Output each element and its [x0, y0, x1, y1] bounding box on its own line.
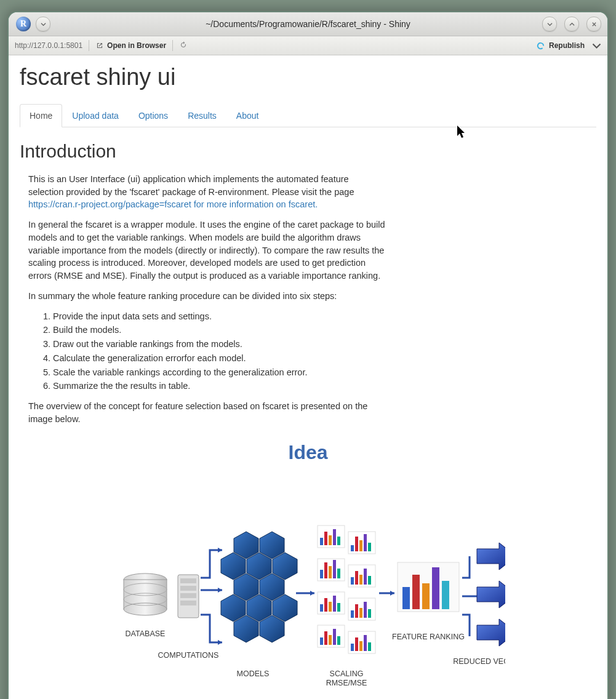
database-label: DATABASE [125, 629, 165, 638]
svg-rect-49 [329, 635, 332, 645]
svg-rect-60 [412, 575, 420, 609]
main-tabs: Home Upload data Options Results About [20, 104, 596, 127]
browser-toolbar: http://127.0.0.1:5801 Open in Browser Re… [9, 36, 607, 55]
svg-rect-53 [351, 644, 354, 651]
svg-rect-31 [359, 575, 362, 585]
svg-rect-36 [324, 598, 327, 612]
window-title: ~/Documents/Programowanie/R/fscaret_shin… [206, 19, 410, 29]
svg-rect-7 [180, 586, 196, 591]
tab-home[interactable]: Home [20, 104, 62, 127]
svg-rect-13 [329, 535, 332, 545]
svg-rect-32 [364, 569, 367, 585]
svg-rect-8 [180, 593, 196, 598]
models-label: MODELS [236, 669, 269, 678]
feature-ranking-chart-icon [398, 562, 459, 612]
svg-rect-63 [442, 581, 449, 609]
svg-rect-59 [402, 587, 410, 609]
database-icon [124, 573, 167, 615]
svg-rect-23 [320, 570, 323, 578]
scaling-label-2: RMSE/MSE [326, 679, 367, 687]
svg-rect-12 [324, 532, 327, 545]
step-item: Summarize the the results in table. [53, 380, 385, 393]
intro-paragraph-4: The overview of the concept for feature … [28, 400, 385, 425]
toolbar-separator [172, 40, 173, 51]
cran-link[interactable]: https://cran.r-project.org/package=fscar… [28, 199, 318, 209]
steps-list: Provide the input data sets and settings… [28, 310, 385, 393]
svg-rect-30 [355, 571, 358, 585]
step-item: Draw out the variable rankings from the … [53, 338, 385, 351]
svg-rect-24 [324, 562, 327, 578]
svg-rect-11 [320, 538, 323, 545]
minimize-button[interactable] [542, 17, 557, 31]
tab-options[interactable]: Options [129, 104, 178, 127]
svg-rect-61 [422, 583, 430, 609]
intro-paragraph-1: This is an User Interface (ui) applicati… [28, 173, 385, 211]
svg-rect-47 [320, 637, 323, 645]
svg-rect-41 [351, 610, 354, 618]
section-heading: Introduction [20, 141, 596, 162]
svg-rect-21 [368, 543, 371, 551]
republish-button[interactable]: Republish [536, 41, 601, 50]
chevron-down-icon [592, 41, 601, 50]
diagram-svg: DATABASE COMPUTATIONS [111, 489, 505, 698]
svg-rect-44 [364, 602, 367, 618]
concept-diagram: Idea [20, 441, 596, 699]
svg-rect-18 [355, 537, 358, 551]
scaling-charts-icon [318, 525, 375, 653]
tab-about[interactable]: About [226, 104, 269, 127]
svg-rect-15 [337, 537, 340, 545]
url-display: http://127.0.0.1:5801 [15, 41, 82, 50]
svg-rect-39 [337, 603, 340, 612]
svg-rect-43 [359, 608, 362, 618]
svg-rect-26 [333, 560, 336, 578]
intro-text-1: This is an User Interface (ui) applicati… [28, 174, 354, 197]
close-button[interactable] [586, 17, 601, 31]
open-in-browser-button[interactable]: Open in Browser [95, 41, 166, 50]
intro-body: This is an User Interface (ui) applicati… [20, 173, 385, 425]
server-icon [178, 575, 199, 618]
svg-rect-17 [351, 545, 354, 551]
models-hex-cluster [221, 532, 297, 642]
step-item: Calculate the generalization errorfor ea… [53, 352, 385, 365]
svg-rect-27 [337, 569, 340, 578]
page-title: fscaret shiny ui [20, 64, 596, 90]
svg-rect-29 [351, 577, 354, 585]
svg-rect-45 [368, 609, 371, 618]
step-item: Build the models. [53, 324, 385, 337]
intro-paragraph-3: In summary the whole feature ranking pro… [28, 290, 385, 303]
computations-label: COMPUTATIONS [158, 651, 218, 660]
external-window-icon [95, 41, 104, 50]
intro-paragraph-2: In general the fscaret is a wrapper modu… [28, 218, 385, 282]
step-item: Scale the variable rankings according to… [53, 366, 385, 379]
svg-rect-54 [355, 637, 358, 651]
reload-button[interactable] [179, 41, 188, 51]
svg-rect-33 [368, 576, 371, 585]
svg-rect-48 [324, 631, 327, 645]
tab-upload-data[interactable]: Upload data [62, 104, 129, 127]
open-in-browser-label: Open in Browser [107, 41, 166, 50]
republish-icon [536, 41, 545, 50]
svg-rect-56 [364, 635, 367, 651]
svg-rect-35 [320, 604, 323, 612]
svg-point-2 [124, 603, 167, 615]
svg-rect-37 [329, 602, 332, 612]
svg-rect-55 [359, 641, 362, 651]
titlebar-chevron-icon[interactable] [36, 17, 50, 31]
svg-rect-14 [333, 529, 336, 545]
toolbar-separator [89, 40, 89, 51]
tab-results[interactable]: Results [178, 104, 226, 127]
reduced-vectors-label: REDUCED VECTORS [453, 657, 505, 666]
svg-rect-19 [359, 540, 362, 551]
svg-rect-20 [364, 534, 367, 551]
svg-rect-57 [368, 642, 371, 651]
scaling-label-1: SCALING [329, 669, 363, 678]
window-titlebar: R ~/Documents/Programowanie/R/fscaret_sh… [9, 12, 607, 36]
step-item: Provide the input data sets and settings… [53, 310, 385, 323]
r-logo-icon: R [16, 17, 31, 31]
svg-rect-51 [337, 636, 340, 645]
feature-ranking-label: FEATURE RANKING [392, 633, 465, 641]
svg-rect-42 [355, 604, 358, 618]
svg-rect-38 [333, 596, 336, 612]
reload-icon [179, 41, 188, 49]
maximize-button[interactable] [564, 17, 579, 31]
